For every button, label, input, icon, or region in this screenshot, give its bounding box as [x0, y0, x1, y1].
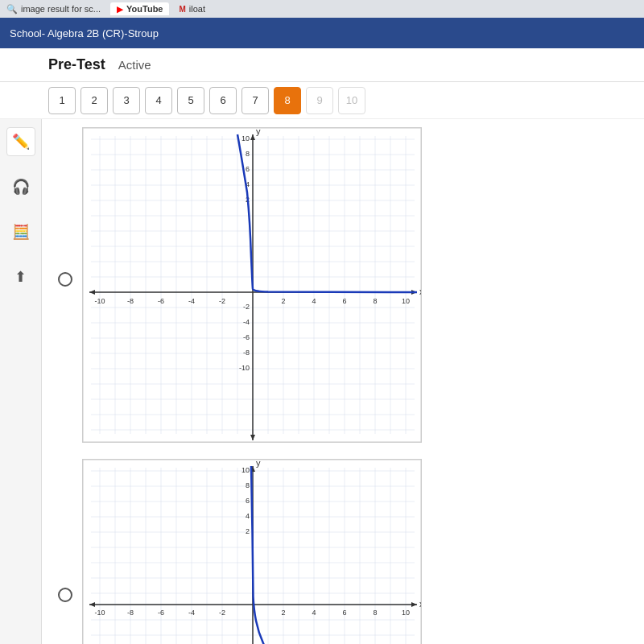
- arrow-up-icon[interactable]: ⬆: [6, 262, 35, 291]
- tab-youtube[interactable]: ▶ YouTube: [110, 2, 169, 15]
- svg-text:-6: -6: [243, 333, 250, 341]
- svg-text:-4: -4: [243, 318, 250, 326]
- graph-2-svg: x y -10 -8 -6 -4 -2 2 4 6 8 10: [83, 460, 421, 644]
- content-area: x y -10 -8 -6 -4 -2 2 4 6 8 10: [42, 119, 644, 644]
- header-bar: School- Algebra 2B (CR)-Stroup: [0, 18, 644, 48]
- svg-text:6: 6: [342, 609, 346, 617]
- calculator-icon[interactable]: 🧮: [6, 217, 35, 246]
- graph-1: x y -10 -8 -6 -4 -2 2 4 6 8 10: [82, 127, 422, 443]
- question-btn-5[interactable]: 5: [177, 87, 204, 114]
- svg-text:-8: -8: [127, 297, 134, 305]
- graph-2: x y -10 -8 -6 -4 -2 2 4 6 8 10: [82, 459, 422, 644]
- svg-text:8: 8: [373, 297, 377, 305]
- svg-text:x: x: [419, 599, 421, 609]
- pencil-tool-button[interactable]: ✏️: [6, 127, 35, 156]
- svg-text:-10: -10: [239, 364, 250, 372]
- graph-option-1: x y -10 -8 -6 -4 -2 2 4 6 8 10: [58, 127, 628, 443]
- question-btn-2[interactable]: 2: [80, 87, 108, 114]
- headphones-icon[interactable]: 🎧: [6, 172, 35, 201]
- svg-text:-4: -4: [188, 609, 195, 617]
- header-title: School- Algebra 2B (CR)-Stroup: [10, 27, 159, 39]
- main-content: School- Algebra 2B (CR)-Stroup Pre-Test …: [0, 18, 644, 644]
- graph-option-2: x y -10 -8 -6 -4 -2 2 4 6 8 10: [58, 459, 628, 644]
- sub-header: Pre-Test Active: [0, 48, 644, 82]
- svg-text:y: y: [256, 460, 261, 468]
- svg-text:-4: -4: [188, 297, 195, 305]
- svg-text:10: 10: [402, 609, 410, 617]
- google-icon: 🔍: [6, 4, 18, 14]
- svg-text:x: x: [419, 287, 421, 296]
- pretest-label: Pre-Test: [48, 56, 105, 73]
- svg-text:10: 10: [242, 466, 250, 474]
- question-btn-3[interactable]: 3: [113, 87, 140, 114]
- question-bar: 1 2 3 4 5 6 7 8 9 10: [0, 82, 644, 119]
- svg-text:8: 8: [246, 481, 250, 489]
- svg-text:4: 4: [312, 609, 316, 617]
- svg-text:10: 10: [402, 297, 410, 305]
- tab-bar: 🔍 image result for sc... ▶ YouTube M ilo…: [0, 0, 644, 18]
- svg-text:-6: -6: [158, 609, 164, 617]
- tab-gmail[interactable]: M iloat: [179, 4, 205, 14]
- gmail-icon: M: [179, 5, 185, 14]
- active-label: Active: [118, 58, 151, 72]
- radio-option-1[interactable]: [58, 272, 72, 287]
- tab-image-search[interactable]: 🔍 image result for sc...: [6, 4, 101, 14]
- svg-text:8: 8: [373, 609, 377, 617]
- svg-text:6: 6: [246, 497, 250, 505]
- question-btn-6[interactable]: 6: [209, 87, 237, 114]
- svg-text:2: 2: [246, 527, 250, 535]
- svg-text:-2: -2: [219, 297, 225, 305]
- sidebar: ✏️ 🎧 🧮 ⬆: [0, 119, 42, 644]
- svg-text:8: 8: [246, 150, 250, 158]
- youtube-icon: ▶: [117, 5, 123, 14]
- svg-text:2: 2: [281, 297, 285, 305]
- question-btn-8[interactable]: 8: [274, 87, 301, 114]
- svg-text:-6: -6: [158, 297, 164, 305]
- svg-text:-8: -8: [127, 609, 134, 617]
- svg-text:y: y: [256, 128, 261, 136]
- svg-text:-2: -2: [219, 609, 225, 617]
- svg-text:-2: -2: [243, 303, 250, 311]
- question-btn-1[interactable]: 1: [48, 87, 76, 114]
- svg-text:-10: -10: [94, 297, 105, 305]
- question-btn-10[interactable]: 10: [338, 87, 365, 114]
- svg-text:10: 10: [242, 134, 250, 142]
- question-btn-9[interactable]: 9: [306, 87, 333, 114]
- radio-option-2[interactable]: [58, 588, 72, 602]
- question-btn-7[interactable]: 7: [242, 87, 269, 114]
- question-btn-4[interactable]: 4: [145, 87, 172, 114]
- svg-text:2: 2: [281, 609, 285, 617]
- svg-text:4: 4: [246, 512, 250, 520]
- svg-text:-10: -10: [94, 609, 105, 617]
- graph-1-svg: x y -10 -8 -6 -4 -2 2 4 6 8 10: [83, 128, 421, 442]
- svg-text:-8: -8: [243, 349, 250, 357]
- svg-text:6: 6: [342, 297, 346, 305]
- svg-text:6: 6: [246, 165, 250, 173]
- svg-text:4: 4: [312, 297, 316, 305]
